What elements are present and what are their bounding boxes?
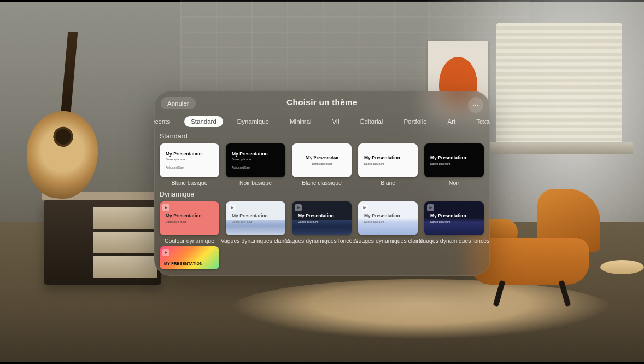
theme-label: Nuages dynamiques clairs [354,238,421,244]
theme-thumb: My PresentationDonec quis nunc [424,143,484,177]
thumb-heading: MY PRESENTATION [164,262,203,266]
theme-label: Vagues dynamiques claires [221,238,291,244]
thumb-author: Author and Date [166,166,214,169]
thumb-heading: My Presentation [430,155,478,160]
thumb-subtitle: Donec quis nunc [430,220,478,223]
thumb-subtitle: Donec quis nunc [312,162,332,165]
thumb-heading: My Presentation [306,155,338,160]
tab-minimal[interactable]: Minimal [283,116,318,127]
theme-card-blanc-classique[interactable]: My PresentationDonec quis nuncBlanc clas… [292,143,352,186]
theme-card-vagues-dynamiques-claires[interactable]: My PresentationDonec quis nuncVagues dyn… [226,201,285,244]
theme-chooser-panel: Annuler Choisir un thème RécentsStandard… [154,91,490,276]
thumb-heading: My Presentation [364,213,412,218]
theme-label: Couleur dynamique [165,238,214,244]
guitar [17,28,114,202]
thumb-subtitle: Donec quis nunc [166,158,214,161]
play-badge-icon [361,204,368,211]
theme-thumb: My PresentationDonec quis nunc [424,201,484,235]
ellipsis-icon [472,101,479,109]
theme-thumb: My PresentationDonec quis nunc [292,143,352,177]
window-ledge [483,142,633,154]
theme-card-gradient-extra[interactable]: MY PRESENTATION [160,246,219,269]
thumb-heading: My Presentation [166,152,214,157]
svg-point-0 [473,105,474,106]
tab-recents[interactable]: Récents [154,116,177,127]
play-badge-icon [427,204,434,211]
svg-point-1 [475,105,476,106]
window-blinds [496,23,622,143]
row-standard: My PresentationDonec quis nuncAuthor and… [160,143,484,186]
thumb-subtitle: Donec quis nunc [364,162,412,165]
thumb-heading: My Presentation [364,155,412,160]
play-badge-icon [162,204,169,211]
thumb-subtitle: Donec quis nunc [298,220,346,223]
thumb-subtitle: Donec quis nunc [232,158,280,161]
thumb-subtitle: Donec quis nunc [232,220,280,223]
category-tabs: RécentsStandardDynamiqueMinimalVifÉditor… [154,114,490,131]
section-title-standard: Standard [160,131,484,143]
tab-vif[interactable]: Vif [326,116,346,127]
sideboard-drawers [93,207,157,278]
thumb-heading: My Presentation [430,213,478,218]
theme-thumb: MY PRESENTATION [160,246,219,269]
theme-thumb: My PresentationDonec quis nunc [358,143,418,177]
theme-label: Blanc [380,180,395,186]
more-button[interactable] [468,97,483,113]
theme-label: Noir [449,180,459,186]
theme-card-blanc[interactable]: My PresentationDonec quis nuncBlanc [358,143,418,186]
theme-label: Blanc classique [302,180,342,186]
thumb-author: Author and Date [232,166,280,169]
theme-label: Vagues dynamiques foncées [285,238,358,244]
play-badge-icon [229,204,236,211]
thumb-heading: My Presentation [232,213,280,218]
play-badge-icon [295,204,302,211]
svg-point-2 [477,105,478,106]
row-dynamique: My PresentationDonec quis nuncCouleur dy… [160,201,484,244]
section-title-dynamique: Dynamique [160,189,484,201]
panel-title: Choisir un thème [286,97,358,107]
theme-label: Nuages dynamiques foncés [419,238,490,244]
thumb-heading: My Presentation [166,213,214,218]
side-table [600,260,644,320]
play-badge-icon [162,249,169,256]
theme-thumb: My PresentationDonec quis nunc [226,201,285,235]
theme-card-nuages-dynamiques-fonce-s[interactable]: My PresentationDonec quis nuncNuages dyn… [424,201,484,244]
environment-backdrop: Annuler Choisir un thème RécentsStandard… [0,0,644,364]
themes-scroll[interactable]: Standard My PresentationDonec quis nuncA… [154,131,490,275]
theme-thumb: My PresentationDonec quis nunc [358,201,418,235]
thumb-subtitle: Donec quis nunc [364,220,412,223]
tab-standard[interactable]: Standard [184,116,223,127]
theme-label: Blanc basique [172,180,208,186]
theme-card-noir[interactable]: My PresentationDonec quis nuncNoir [424,143,484,186]
tab-texture[interactable]: Texturé [470,116,490,127]
tab-editorial[interactable]: Éditorial [354,116,390,127]
tab-portfolio[interactable]: Portfolio [397,116,433,127]
theme-thumb: My PresentationDonec quis nunc [160,201,219,235]
theme-card-vagues-dynamiques-fonce-es[interactable]: My PresentationDonec quis nuncVagues dyn… [292,201,352,244]
row-dynamique-2: MY PRESENTATION [160,246,484,269]
theme-label: Noir basique [239,180,272,186]
theme-card-noir-basique[interactable]: My PresentationDonec quis nuncAuthor and… [226,143,285,186]
thumb-heading: My Presentation [298,213,346,218]
thumb-subtitle: Donec quis nunc [430,162,478,165]
tab-art[interactable]: Art [441,116,462,127]
tab-dynamique[interactable]: Dynamique [231,116,276,127]
theme-thumb: My PresentationDonec quis nuncAuthor and… [226,143,285,177]
panel-header: Annuler Choisir un thème [154,91,490,114]
theme-thumb: My PresentationDonec quis nunc [292,201,352,235]
thumb-heading: My Presentation [232,152,280,157]
theme-card-blanc-basique[interactable]: My PresentationDonec quis nuncAuthor and… [160,143,219,186]
theme-thumb: My PresentationDonec quis nuncAuthor and… [160,143,219,177]
theme-card-nuages-dynamiques-clairs[interactable]: My PresentationDonec quis nuncNuages dyn… [358,201,418,244]
theme-card-couleur-dynamique[interactable]: My PresentationDonec quis nuncCouleur dy… [160,201,219,244]
thumb-subtitle: Donec quis nunc [166,220,214,223]
cancel-button[interactable]: Annuler [161,97,196,109]
